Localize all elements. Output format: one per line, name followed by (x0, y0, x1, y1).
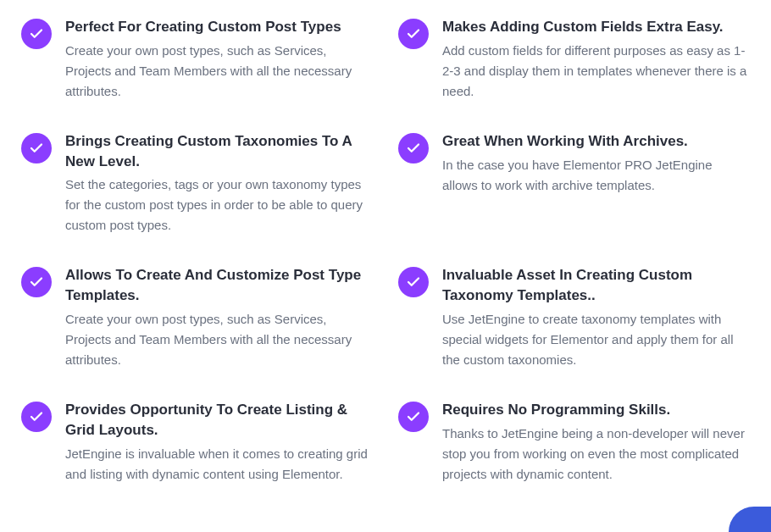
feature-content: Brings Creating Custom Taxonomies To A N… (65, 131, 373, 236)
feature-item: Invaluable Asset In Creating Custom Taxo… (398, 265, 750, 370)
feature-title: Great When Working With Archives. (442, 131, 750, 152)
feature-description: In the case you have Elementor PRO JetEn… (442, 155, 750, 196)
feature-description: Thanks to JetEngine being a non-develope… (442, 424, 750, 485)
checkmark-icon (398, 133, 429, 163)
feature-description: Add custom fields for different purposes… (442, 41, 750, 102)
checkmark-icon (398, 267, 429, 297)
feature-item: Requires No Programming Skills. Thanks t… (398, 400, 750, 485)
checkmark-icon (398, 19, 429, 49)
feature-description: Use JetEngine to create taxonomy templat… (442, 309, 750, 370)
feature-item: Brings Creating Custom Taxonomies To A N… (21, 131, 373, 236)
feature-item: Allows To Create And Customize Post Type… (21, 265, 373, 370)
feature-title: Brings Creating Custom Taxonomies To A N… (65, 131, 373, 172)
feature-title: Provides Opportunity To Create Listing &… (65, 400, 373, 441)
feature-description: Create your own post types, such as Serv… (65, 309, 373, 370)
feature-content: Perfect For Creating Custom Post Types C… (65, 17, 373, 102)
checkmark-icon (21, 19, 52, 49)
feature-item: Great When Working With Archives. In the… (398, 131, 750, 236)
checkmark-icon (21, 133, 52, 163)
checkmark-icon (21, 267, 52, 297)
feature-title: Invaluable Asset In Creating Custom Taxo… (442, 265, 750, 306)
feature-title: Perfect For Creating Custom Post Types (65, 17, 373, 37)
feature-description: Create your own post types, such as Serv… (65, 41, 373, 102)
feature-description: Set the categories, tags or your own tax… (65, 175, 373, 236)
checkmark-icon (398, 402, 429, 432)
feature-content: Requires No Programming Skills. Thanks t… (442, 400, 750, 485)
feature-item: Provides Opportunity To Create Listing &… (21, 400, 373, 485)
checkmark-icon (21, 402, 52, 432)
feature-item: Makes Adding Custom Fields Extra Easy. A… (398, 17, 750, 102)
feature-content: Provides Opportunity To Create Listing &… (65, 400, 373, 485)
feature-content: Makes Adding Custom Fields Extra Easy. A… (442, 17, 750, 102)
feature-content: Invaluable Asset In Creating Custom Taxo… (442, 265, 750, 370)
feature-item: Perfect For Creating Custom Post Types C… (21, 17, 373, 102)
feature-title: Makes Adding Custom Fields Extra Easy. (442, 17, 750, 37)
feature-title: Requires No Programming Skills. (442, 400, 750, 420)
feature-content: Great When Working With Archives. In the… (442, 131, 750, 196)
features-grid: Perfect For Creating Custom Post Types C… (21, 17, 750, 485)
feature-description: JetEngine is invaluable when it comes to… (65, 444, 373, 485)
feature-title: Allows To Create And Customize Post Type… (65, 265, 373, 306)
feature-content: Allows To Create And Customize Post Type… (65, 265, 373, 370)
